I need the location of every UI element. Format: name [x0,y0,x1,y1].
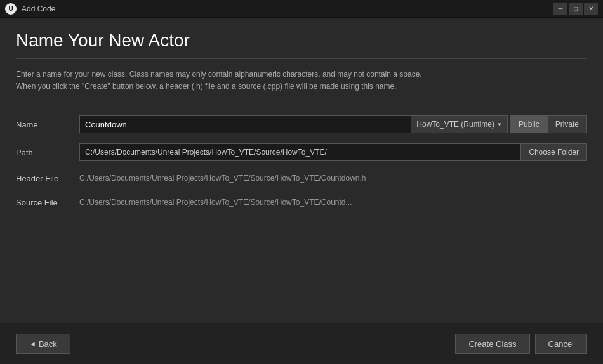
back-arrow-icon: ◄ [29,340,36,348]
private-button[interactable]: Private [547,115,587,133]
source-file-label: Source File [16,198,79,207]
name-label: Name [16,120,79,129]
path-label: Path [16,148,79,157]
description-text: Enter a name for your new class. Class n… [16,68,587,93]
runtime-dropdown[interactable]: HowTo_VTE (Runtime) ▼ [411,115,508,133]
footer-right: Create Class Cancel [455,334,587,354]
header-file-value: C:/Users/Documents/Unreal Projects/HowTo… [79,174,587,183]
path-input[interactable] [79,143,521,161]
ue-logo-icon: U [5,3,17,15]
name-input[interactable] [79,115,411,133]
window-title: Add Code [22,4,55,13]
description-line2: When you click the "Create" button below… [16,81,587,93]
runtime-dropdown-label: HowTo_VTE (Runtime) [416,120,494,129]
window-content: Name Your New Actor Enter a name for you… [0,18,603,227]
path-input-group: Choose Folder [79,143,587,161]
name-input-group: HowTo_VTE (Runtime) ▼ Public Private [79,115,587,133]
back-label: Back [39,339,57,349]
choose-folder-button[interactable]: Choose Folder [521,143,587,161]
maximize-button[interactable]: □ [569,3,583,15]
footer: ◄ Back Create Class Cancel [0,323,603,364]
back-button[interactable]: ◄ Back [16,334,70,354]
title-bar: U Add Code ─ □ ✕ [0,0,603,18]
window-controls: ─ □ ✕ [553,3,598,15]
path-row: Path Choose Folder [16,138,587,166]
create-class-button[interactable]: Create Class [455,334,529,354]
public-private-group: Public Private [510,115,587,133]
footer-left: ◄ Back [16,334,70,354]
form-container: Name HowTo_VTE (Runtime) ▼ Public Privat… [16,110,587,214]
name-row: Name HowTo_VTE (Runtime) ▼ Public Privat… [16,110,587,138]
source-file-row: Source File C:/Users/Documents/Unreal Pr… [16,190,587,214]
source-file-value: C:/Users/Documents/Unreal Projects/HowTo… [79,198,587,207]
cancel-button[interactable]: Cancel [535,334,587,354]
dropdown-arrow-icon: ▼ [497,122,502,127]
title-bar-left: U Add Code [5,3,55,15]
header-file-row: Header File C:/Users/Documents/Unreal Pr… [16,166,587,190]
description-line1: Enter a name for your new class. Class n… [16,68,587,81]
public-button[interactable]: Public [510,115,547,133]
header-file-label: Header File [16,174,79,183]
minimize-button[interactable]: ─ [553,3,567,15]
page-title: Name Your New Actor [16,30,587,59]
close-button[interactable]: ✕ [584,3,598,15]
